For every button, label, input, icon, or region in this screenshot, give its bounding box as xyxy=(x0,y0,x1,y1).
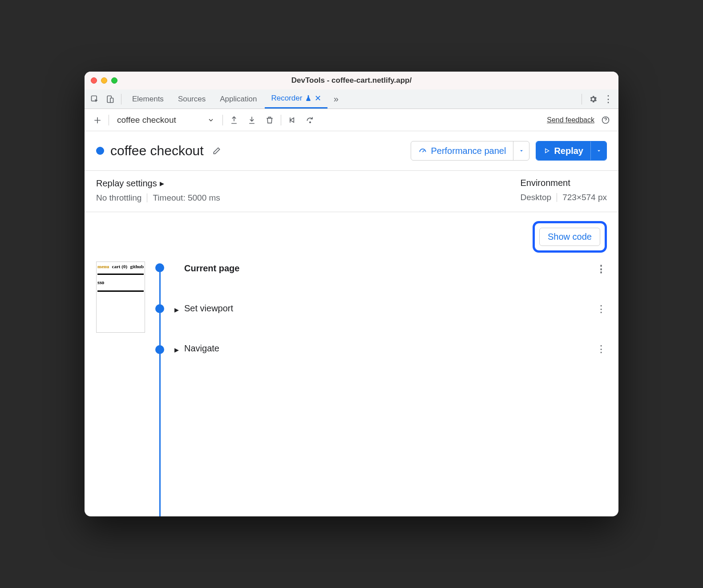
gauge-icon xyxy=(418,146,427,155)
continue-icon[interactable] xyxy=(303,113,317,127)
expand-step-icon[interactable]: ▸ xyxy=(174,344,179,355)
viewport-value: 723×574 px xyxy=(562,193,607,202)
new-recording-icon[interactable]: ＋ xyxy=(91,113,104,127)
tab-recorder[interactable]: Recorder ✕ xyxy=(265,89,327,109)
thumb-menu: menu xyxy=(97,264,109,269)
thumb-github: github xyxy=(130,264,144,269)
step-menu-icon[interactable]: ⋮ xyxy=(596,263,607,275)
replay-button[interactable]: Replay xyxy=(536,141,607,161)
traffic-lights xyxy=(91,77,117,84)
throttling-value: No throttling xyxy=(96,193,141,203)
inspect-element-icon[interactable] xyxy=(88,93,101,106)
delete-icon[interactable] xyxy=(263,113,276,127)
tab-elements[interactable]: Elements xyxy=(126,89,170,109)
step-over-icon[interactable] xyxy=(286,113,299,127)
timeline-dot-icon xyxy=(155,304,164,313)
devtools-window: DevTools - coffee-cart.netlify.app/ Elem… xyxy=(85,72,618,516)
window-title: DevTools - coffee-cart.netlify.app/ xyxy=(85,76,618,85)
maximize-window-icon[interactable] xyxy=(111,77,117,84)
close-tab-icon[interactable]: ✕ xyxy=(315,93,321,103)
tab-recorder-label: Recorder xyxy=(271,94,302,103)
help-icon[interactable] xyxy=(599,113,612,127)
expand-step-icon[interactable]: ▸ xyxy=(174,304,179,315)
svg-rect-2 xyxy=(110,98,113,102)
record-indicator-icon xyxy=(96,147,104,155)
device-toolbar-icon[interactable] xyxy=(103,93,117,106)
expand-icon: ▸ xyxy=(160,178,164,189)
perf-button-label: Performance panel xyxy=(431,146,506,156)
steps-area: menu cart (0) github sso ▸ Current page … xyxy=(85,255,618,516)
import-icon[interactable] xyxy=(245,113,259,127)
step-row[interactable]: ▸ Navigate ⋮ xyxy=(174,342,607,382)
recording-selector-label: coffee checkout xyxy=(117,115,176,125)
replay-button-label: Replay xyxy=(554,146,583,156)
recording-selector[interactable]: coffee checkout xyxy=(113,113,218,127)
device-value: Desktop xyxy=(520,193,551,202)
send-feedback-link[interactable]: Send feedback xyxy=(547,116,594,124)
environment-settings: Environment Desktop 723×574 px xyxy=(520,178,607,203)
show-code-button[interactable]: Show code xyxy=(539,228,600,246)
tab-application[interactable]: Application xyxy=(214,89,263,109)
replay-button-caret[interactable] xyxy=(590,141,606,160)
screenshot-thumbnail: menu cart (0) github sso xyxy=(96,262,145,516)
more-tabs-icon[interactable]: » xyxy=(329,93,343,106)
steps-list: ▸ Current page ⋮ ▸ Set viewport ⋮ ▸ Navi… xyxy=(174,262,607,516)
perf-button-caret[interactable] xyxy=(513,141,529,160)
flask-icon xyxy=(305,95,312,102)
step-row[interactable]: ▸ Current page ⋮ xyxy=(174,262,607,302)
replay-settings-heading: Replay settings xyxy=(96,178,157,189)
recorder-toolbar: ＋ coffee checkout Send feedback xyxy=(85,109,618,131)
recording-header: coffee checkout Performance panel Replay xyxy=(85,131,618,171)
panel-tabbar: Elements Sources Application Recorder ✕ … xyxy=(85,89,618,109)
recording-title: coffee checkout xyxy=(110,143,204,158)
thumb-cart: cart (0) xyxy=(112,264,128,269)
step-row[interactable]: ▸ Set viewport ⋮ xyxy=(174,302,607,342)
kebab-menu-icon[interactable]: ⋮ xyxy=(602,93,615,106)
timeline xyxy=(153,262,166,516)
performance-panel-button[interactable]: Performance panel xyxy=(411,141,529,161)
svg-point-3 xyxy=(310,121,311,123)
settings-row: Replay settings ▸ No throttling Timeout:… xyxy=(85,171,618,212)
step-label: Set viewport xyxy=(184,303,591,314)
titlebar: DevTools - coffee-cart.netlify.app/ xyxy=(85,72,618,89)
close-window-icon[interactable] xyxy=(91,77,97,84)
environment-heading: Environment xyxy=(520,178,570,188)
step-label: Current page xyxy=(184,263,591,274)
settings-gear-icon[interactable] xyxy=(586,93,600,106)
minimize-window-icon[interactable] xyxy=(101,77,107,84)
step-menu-icon[interactable]: ⋮ xyxy=(596,343,607,355)
thumb-sso: sso xyxy=(97,279,144,286)
showcode-row: Show code xyxy=(85,212,618,255)
timeline-dot-icon xyxy=(155,345,164,354)
timeline-dot-icon xyxy=(155,263,164,272)
play-icon xyxy=(543,147,550,154)
chevron-down-icon xyxy=(207,117,214,124)
step-label: Navigate xyxy=(184,343,591,354)
replay-settings[interactable]: Replay settings ▸ No throttling Timeout:… xyxy=(96,178,220,203)
step-menu-icon[interactable]: ⋮ xyxy=(596,303,607,315)
showcode-highlight: Show code xyxy=(533,221,607,253)
timeout-value: Timeout: 5000 ms xyxy=(153,193,220,203)
edit-title-icon[interactable] xyxy=(210,144,223,157)
tab-sources[interactable]: Sources xyxy=(172,89,212,109)
export-icon[interactable] xyxy=(227,113,241,127)
